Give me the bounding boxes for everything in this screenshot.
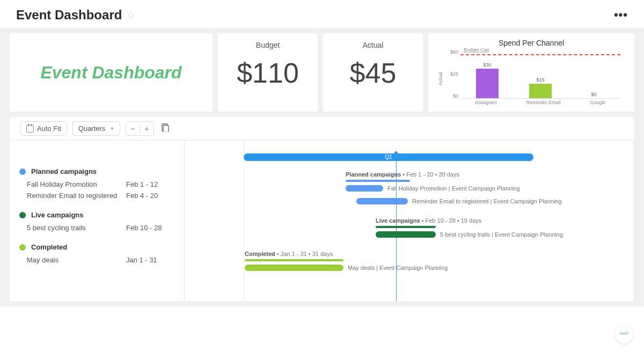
gantt-bar-row[interactable]: Reminder Email to registered | Event Cam… [356,194,562,208]
task-row[interactable]: 5 best cycling trails Feb 10 - 28 [10,222,184,233]
gantt-bar-row[interactable]: May deals | Event Campaign Planning [245,261,448,275]
bar-value-label: $30 [483,62,491,68]
bar-google: $0 [567,92,620,98]
gantt-bar-label: 5 best cycling trails | Event Campaign P… [440,231,563,238]
header-left: Event Dashboard ☆ [16,8,136,23]
gantt-card: Auto Fit Quarters ▼ − + Planned campaign… [10,117,634,301]
dashboard-area: Event Dashboard Budget $110 Actual $45 S… [0,28,644,306]
gantt-bar[interactable] [376,231,436,238]
budget-card: Budget $110 [218,33,318,112]
task-date: Feb 1 - 12 [126,180,174,188]
task-name: Reminder Email to registered [27,192,121,200]
spend-per-channel-card: Spend Per Channel Actual $50 $25 $0 Budg… [428,33,634,112]
gantt-bar[interactable] [356,198,408,204]
task-row[interactable]: May deals Jan 1 - 31 [10,254,184,266]
gantt-timeline[interactable]: Q1 Planned campaigns • Feb 1 - 20 • 20 d… [185,141,634,301]
group-color-dot [19,244,26,251]
dashboard-title-text: Event Dashboard [40,63,181,83]
bar-value-label: $15 [536,77,544,83]
gantt-body: Planned campaigns Fall Holiday Promotion… [10,140,634,301]
gantt-bar-label: Fall Holiday Promotion | Event Campaign … [387,185,520,192]
auto-fit-label: Auto Fit [37,124,61,133]
task-name: Fall Holiday Promotion [27,180,121,188]
gantt-bar-label: May deals | Event Campaign Planning [348,265,448,271]
x-labels: Instagram Reminder Email Google [460,100,620,108]
zoom-out-button[interactable]: − [126,122,140,135]
gantt-bar-row[interactable]: Fall Holiday Promotion | Event Campaign … [346,181,520,195]
group-row-live[interactable]: Live campaigns [10,208,184,222]
actual-label: Actual [363,41,384,49]
y-axis-label: Actual [438,72,443,85]
export-icon[interactable] [159,121,171,136]
group-name: Planned campaigns [31,167,174,175]
chart-title: Spend Per Channel [438,39,625,47]
y-tick: $25 [444,71,458,77]
column-separator [244,141,244,301]
chevron-down-icon: ▼ [109,126,114,131]
gantt-bar-row[interactable]: 5 best cycling trails | Event Campaign P… [376,228,563,241]
bar-reminder-email: $15 [514,77,567,98]
svg-rect-1 [163,126,169,133]
scale-dropdown[interactable]: Quarters ▼ [72,121,121,136]
task-name: 5 best cycling trails [27,224,121,232]
task-date: Feb 4 - 20 [126,192,174,200]
more-options-icon[interactable]: ••• [614,8,628,22]
bar [476,69,499,98]
gantt-bar[interactable] [346,185,383,192]
group-color-dot [19,168,26,175]
group-name: Completed [31,243,174,251]
group-row-completed[interactable]: Completed [10,240,184,254]
x-label: Reminder Email [526,100,560,108]
task-row[interactable]: Fall Holiday Promotion Feb 1 - 12 [10,179,184,190]
today-marker-icon [394,151,398,155]
scale-label: Quarters [78,124,106,133]
title-card: Event Dashboard [10,33,213,112]
chart-body: $50 $25 $0 Budget Cap $30 [444,49,625,108]
zoom-in-button[interactable]: + [140,122,153,135]
auto-fit-button[interactable]: Auto Fit [20,121,67,136]
actual-value: $45 [350,57,397,89]
quarter-header: Q1 [244,153,533,161]
bar [529,84,552,98]
gantt-bar[interactable] [245,265,343,271]
gantt-task-list: Planned campaigns Fall Holiday Promotion… [10,141,185,301]
task-name: May deals [27,256,121,264]
task-date: Feb 10 - 28 [126,224,174,232]
bar-instagram: $30 [461,62,514,98]
page-title: Event Dashboard [16,8,122,23]
gantt-bar-label: Reminder Email to registered | Event Cam… [412,198,562,204]
y-ticks: $50 $25 $0 [444,49,458,99]
group-name: Live campaigns [31,211,174,219]
chart-plot: Budget Cap $30 $15 $0 [460,49,620,99]
group-row-planned[interactable]: Planned campaigns [10,164,184,179]
cards-row: Event Dashboard Budget $110 Actual $45 S… [10,33,634,112]
budget-value: $110 [237,57,299,89]
zoom-control: − + [126,121,154,136]
bar-value-label: $0 [591,92,596,97]
x-label: Instagram [475,100,496,108]
y-tick: $0 [444,93,458,99]
calendar-icon [26,125,34,133]
chart-area: Actual $50 $25 $0 Budget Cap $30 [438,49,625,108]
favorite-star-icon[interactable]: ☆ [126,9,136,21]
task-row[interactable]: Reminder Email to registered Feb 4 - 20 [10,190,184,201]
x-label: Google [590,100,605,108]
budget-label: Budget [256,41,280,49]
gantt-toolbar: Auto Fit Quarters ▼ − + [10,117,634,140]
page-header: Event Dashboard ☆ ••• [0,0,644,28]
bars-container: $30 $15 $0 [460,49,620,98]
group-color-dot [19,212,26,218]
actual-card: Actual $45 [323,33,423,112]
y-tick: $50 [444,49,458,55]
task-date: Jan 1 - 31 [126,256,174,264]
